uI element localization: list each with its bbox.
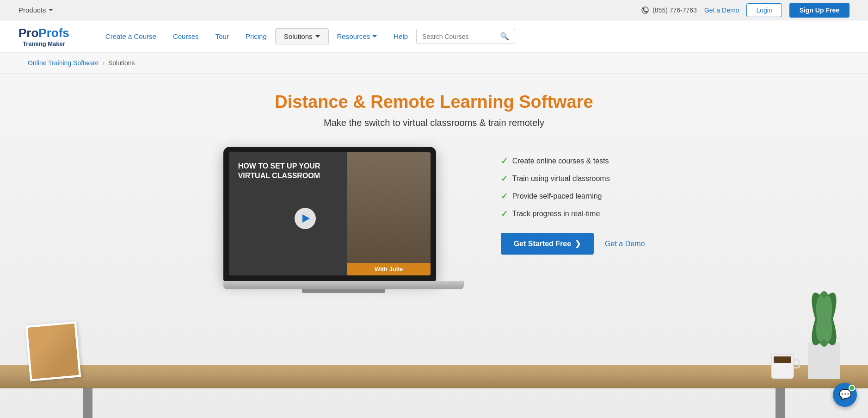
resources-label: Resources [337,32,370,40]
breadcrumb-separator: › [102,59,105,67]
nav-courses[interactable]: Courses [165,29,207,44]
feature-label-1: Create online courses & tests [512,157,609,165]
logo-profs: Profs [38,26,69,40]
play-button[interactable] [295,208,316,229]
check-icon-3: ✓ [501,191,508,201]
laptop-area: HOW TO SET UP YOUR VIRTUAL CLASSROOM Wit… [223,147,464,289]
breadcrumb-bar: Online Training Software › Solutions [0,53,868,74]
get-started-button[interactable]: Get Started Free ❯ [501,233,594,255]
login-button[interactable]: Login [746,3,782,17]
get-started-label: Get Started Free [514,240,571,248]
plant-leaves-svg [799,282,850,347]
phone-number: (855) 776-7763 [653,6,697,14]
get-demo-cta-link[interactable]: Get a Demo [605,240,645,248]
feature-item-2: ✓ Train using virtual classrooms [501,174,645,184]
phone-icon: 📞 [641,6,649,14]
check-icon-1: ✓ [501,156,508,166]
coffee-mug [771,354,794,379]
nav-pricing[interactable]: Pricing [237,29,275,44]
dog-photo-image [27,324,79,379]
hero-title: Distance & Remote Learning Software [0,92,868,112]
logo[interactable]: ProProfs Training Maker [18,26,69,47]
search-icon: 🔍 [500,32,509,41]
feature-label-3: Provide self-paced learning [512,192,602,200]
desk-leg-left [83,388,92,418]
laptop-outer: HOW TO SET UP YOUR VIRTUAL CLASSROOM Wit… [223,147,436,281]
search-box[interactable]: 🔍 [416,29,515,44]
check-icon-4: ✓ [501,209,508,219]
logo-subtitle: Training Maker [18,40,69,47]
solutions-label: Solutions [284,32,313,40]
phone-area: 📞 (855) 776-7763 [641,6,697,14]
mug-handle [793,359,800,368]
hero-section: Distance & Remote Learning Software Make… [0,74,868,418]
video-left-panel: HOW TO SET UP YOUR VIRTUAL CLASSROOM [229,152,347,275]
breadcrumb-current: Solutions [108,59,135,67]
search-input[interactable] [422,33,496,40]
feature-label-4: Track progress in real-time [512,210,600,218]
chat-icon: 💬 [839,389,851,401]
signup-button[interactable]: Sign Up Free [789,3,850,18]
feature-item-1: ✓ Create online courses & tests [501,156,645,166]
get-started-arrow-icon: ❯ [575,239,581,248]
feature-label-2: Train using virtual classrooms [512,175,610,183]
resources-caret-icon [372,35,377,37]
nav-resources[interactable]: Resources [329,29,386,44]
nav-create-course[interactable]: Create a Course [97,29,165,44]
presenter-image [347,152,431,275]
get-demo-link[interactable]: Get a Demo [704,6,739,14]
nav-solutions[interactable]: Solutions [275,28,329,44]
desk-area [0,324,868,418]
features-area: ✓ Create online courses & tests ✓ Train … [501,147,645,255]
play-overlay [295,199,316,229]
logo-area: ProProfs Training Maker [18,26,69,47]
top-bar-left: Products [18,6,53,14]
laptop-base [223,281,464,289]
plant-pot [808,342,840,379]
check-icon-2: ✓ [501,174,508,184]
nav-help[interactable]: Help [385,29,416,44]
products-menu-button[interactable]: Products [18,6,53,14]
desk-leg-right [776,388,785,418]
nav-bar: ProProfs Training Maker Create a Course … [0,20,868,53]
nav-tour[interactable]: Tour [207,29,237,44]
plant-leaves [799,282,850,347]
breadcrumb: Online Training Software › Solutions [28,59,840,67]
chat-button[interactable]: 💬 [833,383,857,407]
solutions-caret-icon [315,35,320,37]
cta-area: Get Started Free ❯ Get a Demo [501,233,645,255]
feature-item-4: ✓ Track progress in real-time [501,209,645,219]
coffee-liquid [774,356,791,363]
top-bar: Products 📞 (855) 776-7763 Get a Demo Log… [0,0,868,20]
products-label: Products [18,6,46,14]
dog-photo-frame [25,321,81,381]
top-bar-right: 📞 (855) 776-7763 Get a Demo Login Sign U… [641,3,850,18]
hero-subtitle: Make the switch to virtual classrooms & … [0,118,868,128]
desk-surface [0,365,868,388]
mug-area [771,354,794,379]
play-triangle-icon [302,214,310,223]
breadcrumb-parent-link[interactable]: Online Training Software [28,59,98,67]
products-caret-icon [49,9,53,11]
nav-links: Create a Course Courses Tour Pricing Sol… [97,28,850,44]
feature-item-3: ✓ Provide self-paced learning [501,191,645,201]
logo-pro: Pro [18,26,38,40]
with-julie-label: With Julie [347,263,431,275]
video-right-panel: With Julie [347,152,431,275]
hero-content: HOW TO SET UP YOUR VIRTUAL CLASSROOM Wit… [0,147,868,289]
video-title: HOW TO SET UP YOUR VIRTUAL CLASSROOM [238,162,338,181]
laptop-screen: HOW TO SET UP YOUR VIRTUAL CLASSROOM Wit… [229,152,431,275]
plant-area [808,342,840,379]
